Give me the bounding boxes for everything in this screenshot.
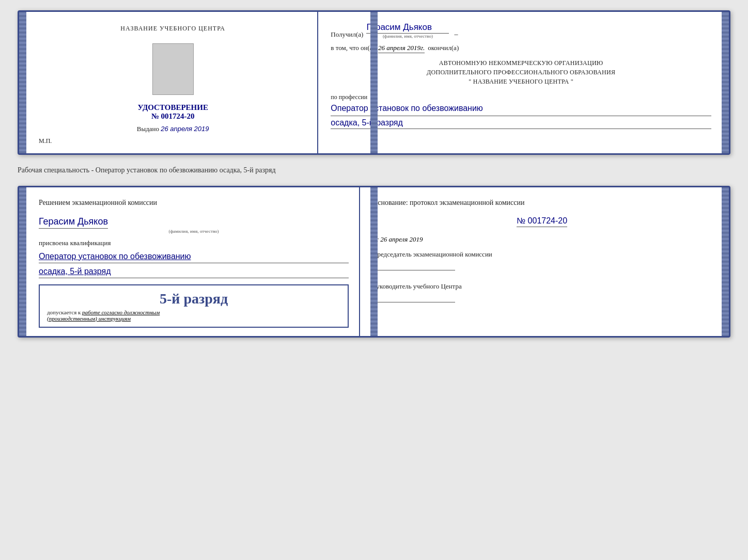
commission-title: Решением экзаменационной комиссии [39, 198, 349, 208]
chairman-label: Председатель экзаменационной комиссии [372, 250, 711, 259]
person-hint: (фамилия, имя, отчество) [39, 229, 349, 234]
doc2-right: Основание: протокол экзаменационной коми… [360, 187, 722, 336]
page-wrapper: НАЗВАНИЕ УЧЕБНОГО ЦЕНТРА УДОСТОВЕРЕНИЕ №… [18, 10, 730, 338]
stamp-box: 5-й разряд допускается к работе согласно… [39, 284, 349, 328]
chairman-block: Председатель экзаменационной комиссии [372, 250, 711, 271]
qual-block: Оператор установок по обезвоживанию осад… [39, 250, 349, 278]
allowed-prefix: допускается к [47, 309, 81, 315]
separator-label: Рабочая специальность - Оператор установ… [18, 164, 730, 177]
stamp-rank: 5-й разряд [47, 291, 340, 307]
allowed-value: работе согласно должностным [82, 309, 160, 315]
doc1-right: Получил(а) Герасим Дьяков (фамилия, имя,… [318, 12, 722, 153]
issued-date: 26 апреля 2019 [161, 125, 209, 133]
org-line3: " НАЗВАНИЕ УЧЕБНОГО ЦЕНТРА " [331, 77, 711, 86]
issued-prefix: Выдано [137, 125, 159, 133]
photo-placeholder [152, 43, 194, 95]
profession-value: Оператор установок по обезвоживанию [331, 102, 711, 116]
doc1-spine [370, 12, 378, 153]
doc2-left: Решением экзаменационной комиссии Гераси… [26, 187, 360, 336]
completion-prefix: в том, что он(а) [331, 44, 375, 52]
allowed-value2: (производственным) инструкциям [47, 315, 340, 322]
basis-title: Основание: протокол экзаменационной коми… [372, 198, 711, 208]
doc1-school-name: НАЗВАНИЕ УЧЕБНОГО ЦЕНТРА [120, 24, 225, 33]
right-deco-2 [722, 187, 729, 336]
left-deco-2 [19, 187, 26, 336]
recipient-line: Получил(а) Герасим Дьяков (фамилия, имя,… [331, 22, 711, 39]
profession-block: по профессии Оператор установок по обезв… [331, 91, 711, 129]
left-deco-1 [19, 12, 26, 153]
org-block: АВТОНОМНУЮ НЕКОММЕРЧЕСКУЮ ОРГАНИЗАЦИЮ ДО… [331, 58, 711, 86]
doc2-inner: Решением экзаменационной комиссии Гераси… [26, 187, 722, 336]
qual-line1: Оператор установок по обезвоживанию [39, 250, 349, 263]
person-name-block: Герасим Дьяков (фамилия, имя, отчество) [39, 214, 349, 234]
qual-line2: осадка, 5-й разряд [39, 265, 349, 278]
issued-line: Выдано 26 апреля 2019 [137, 125, 209, 133]
completion-line: в том, что он(а) 26 апреля 2019г. окончи… [331, 44, 711, 53]
received-prefix: Получил(а) [331, 30, 363, 39]
right-deco-1 [722, 12, 729, 153]
doc1-inner: НАЗВАНИЕ УЧЕБНОГО ЦЕНТРА УДОСТОВЕРЕНИЕ №… [26, 12, 722, 153]
date-from-line: от 26 апреля 2019 [372, 235, 711, 244]
org-line2: ДОПОЛНИТЕЛЬНОГО ПРОФЕССИОНАЛЬНОГО ОБРАЗО… [331, 68, 711, 77]
profession-label: по профессии [331, 93, 711, 101]
recipient-name: Герасим Дьяков [366, 22, 449, 34]
mp-label: М.П. [39, 137, 52, 145]
document-card-1: НАЗВАНИЕ УЧЕБНОГО ЦЕНТРА УДОСТОВЕРЕНИЕ №… [18, 10, 730, 155]
org-line1: АВТОНОМНУЮ НЕКОММЕРЧЕСКУЮ ОРГАНИЗАЦИЮ [331, 58, 711, 68]
head-label: Руководитель учебного Центра [372, 282, 711, 291]
chairman-signature-line [372, 262, 455, 270]
cert-label: УДОСТОВЕРЕНИЕ [137, 103, 208, 111]
cert-label-line: УДОСТОВЕРЕНИЕ № 001724-20 [137, 103, 208, 121]
person-name: Герасим Дьяков [39, 216, 108, 229]
document-card-2: Решением экзаменационной комиссии Гераси… [18, 186, 730, 338]
doc1-left: НАЗВАНИЕ УЧЕБНОГО ЦЕНТРА УДОСТОВЕРЕНИЕ №… [26, 12, 318, 153]
assigned-label: присвоена квалификация [39, 239, 349, 247]
date-value: 26 апреля 2019 [380, 235, 423, 243]
completion-date: 26 апреля 2019г. [378, 44, 425, 53]
head-signature-line [372, 294, 455, 302]
dash: – [454, 30, 458, 39]
stamp-allowed: допускается к работе согласно должностны… [47, 309, 340, 315]
completion-suffix: окончил(а) [428, 44, 459, 52]
doc2-spine [370, 187, 378, 336]
recipient-hint: (фамилия, имя, отчество) [383, 34, 433, 39]
head-block: Руководитель учебного Центра [372, 278, 711, 303]
protocol-number: № 001724-20 [517, 216, 567, 227]
cert-number: № 001724-20 [151, 112, 195, 120]
rank-value: осадка, 5-й разряд [331, 118, 711, 129]
